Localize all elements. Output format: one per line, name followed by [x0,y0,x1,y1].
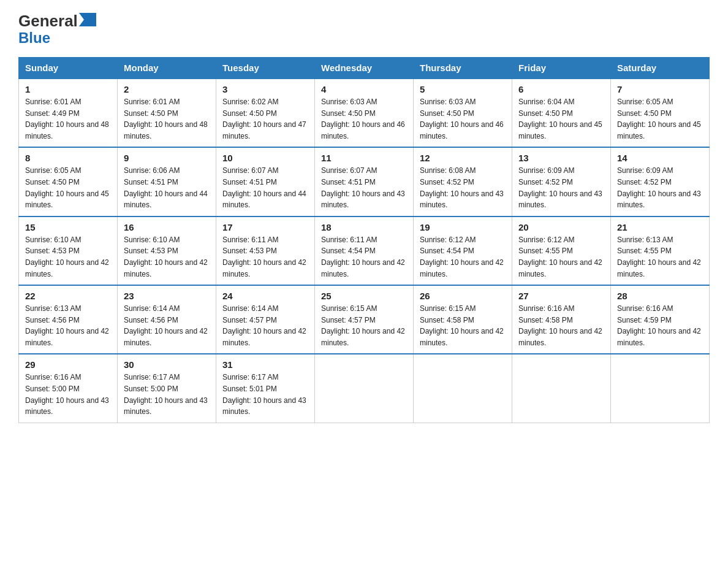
calendar-cell: 27 Sunrise: 6:16 AMSunset: 4:58 PMDaylig… [512,285,611,354]
day-info: Sunrise: 6:11 AMSunset: 4:53 PMDaylight:… [222,236,306,278]
day-number: 26 [420,291,506,301]
calendar-cell: 11 Sunrise: 6:07 AMSunset: 4:51 PMDaylig… [315,147,414,216]
calendar-week-row: 1 Sunrise: 6:01 AMSunset: 4:49 PMDayligh… [19,79,710,147]
calendar-cell: 19 Sunrise: 6:12 AMSunset: 4:54 PMDaylig… [414,216,512,285]
day-info: Sunrise: 6:08 AMSunset: 4:52 PMDaylight:… [420,166,504,209]
day-info: Sunrise: 6:11 AMSunset: 4:54 PMDaylight:… [321,236,405,278]
day-number: 2 [124,84,210,94]
day-info: Sunrise: 6:14 AMSunset: 4:57 PMDaylight:… [222,304,306,347]
column-header-sunday: Sunday [19,57,118,79]
day-number: 18 [321,222,407,232]
calendar-cell: 26 Sunrise: 6:15 AMSunset: 4:58 PMDaylig… [414,285,512,354]
day-info: Sunrise: 6:05 AMSunset: 4:50 PMDaylight:… [617,98,701,140]
day-info: Sunrise: 6:09 AMSunset: 4:52 PMDaylight:… [617,166,701,209]
calendar-cell: 1 Sunrise: 6:01 AMSunset: 4:49 PMDayligh… [19,79,118,147]
calendar-cell: 7 Sunrise: 6:05 AMSunset: 4:50 PMDayligh… [611,79,710,147]
calendar-cell: 9 Sunrise: 6:06 AMSunset: 4:51 PMDayligh… [118,147,216,216]
page-header: GeneralBlue [18,12,710,46]
calendar-cell [414,354,512,423]
logo-blue-text: Blue [18,30,50,46]
calendar-cell: 29 Sunrise: 6:16 AMSunset: 5:00 PMDaylig… [19,354,118,423]
calendar-cell: 20 Sunrise: 6:12 AMSunset: 4:55 PMDaylig… [512,216,611,285]
column-header-wednesday: Wednesday [315,57,414,79]
day-info: Sunrise: 6:09 AMSunset: 4:52 PMDaylight:… [518,166,602,209]
day-info: Sunrise: 6:15 AMSunset: 4:57 PMDaylight:… [321,304,405,347]
day-number: 23 [124,291,210,301]
calendar-cell: 10 Sunrise: 6:07 AMSunset: 4:51 PMDaylig… [216,147,315,216]
day-number: 14 [617,153,703,163]
calendar-cell [512,354,611,423]
column-header-thursday: Thursday [414,57,512,79]
calendar-cell: 28 Sunrise: 6:16 AMSunset: 4:59 PMDaylig… [611,285,710,354]
day-number: 8 [25,153,111,163]
calendar-cell: 23 Sunrise: 6:14 AMSunset: 4:56 PMDaylig… [118,285,216,354]
day-info: Sunrise: 6:16 AMSunset: 4:59 PMDaylight:… [617,304,701,347]
column-header-friday: Friday [512,57,611,79]
day-info: Sunrise: 6:02 AMSunset: 4:50 PMDaylight:… [222,98,306,140]
calendar-cell: 12 Sunrise: 6:08 AMSunset: 4:52 PMDaylig… [414,147,512,216]
day-info: Sunrise: 6:07 AMSunset: 4:51 PMDaylight:… [222,166,306,209]
day-info: Sunrise: 6:14 AMSunset: 4:56 PMDaylight:… [124,304,208,347]
day-number: 19 [420,222,506,232]
day-number: 4 [321,84,407,94]
day-number: 16 [124,222,210,232]
calendar-week-row: 29 Sunrise: 6:16 AMSunset: 5:00 PMDaylig… [19,354,710,423]
day-info: Sunrise: 6:12 AMSunset: 4:55 PMDaylight:… [518,236,602,278]
calendar-cell: 4 Sunrise: 6:03 AMSunset: 4:50 PMDayligh… [315,79,414,147]
day-info: Sunrise: 6:17 AMSunset: 5:01 PMDaylight:… [222,373,306,416]
logo: GeneralBlue [18,12,96,46]
day-number: 10 [222,153,308,163]
day-number: 12 [420,153,506,163]
day-info: Sunrise: 6:16 AMSunset: 4:58 PMDaylight:… [518,304,602,347]
calendar-cell [611,354,710,423]
day-number: 6 [518,84,604,94]
day-number: 5 [420,84,506,94]
day-info: Sunrise: 6:07 AMSunset: 4:51 PMDaylight:… [321,166,405,209]
day-number: 24 [222,291,308,301]
day-number: 17 [222,222,308,232]
calendar-cell: 2 Sunrise: 6:01 AMSunset: 4:50 PMDayligh… [118,79,216,147]
day-number: 30 [124,359,210,370]
calendar-cell: 14 Sunrise: 6:09 AMSunset: 4:52 PMDaylig… [611,147,710,216]
logo-general-text: General [18,12,78,30]
calendar-cell [315,354,414,423]
day-number: 15 [25,222,111,232]
calendar-cell: 15 Sunrise: 6:10 AMSunset: 4:53 PMDaylig… [19,216,118,285]
day-info: Sunrise: 6:17 AMSunset: 5:00 PMDaylight:… [124,373,208,416]
day-number: 13 [518,153,604,163]
day-info: Sunrise: 6:01 AMSunset: 4:50 PMDaylight:… [124,98,208,140]
calendar-header-row: SundayMondayTuesdayWednesdayThursdayFrid… [19,57,710,79]
day-number: 27 [518,291,604,301]
day-number: 29 [25,359,111,370]
calendar-cell: 24 Sunrise: 6:14 AMSunset: 4:57 PMDaylig… [216,285,315,354]
calendar-cell: 13 Sunrise: 6:09 AMSunset: 4:52 PMDaylig… [512,147,611,216]
day-info: Sunrise: 6:04 AMSunset: 4:50 PMDaylight:… [518,98,602,140]
day-info: Sunrise: 6:03 AMSunset: 4:50 PMDaylight:… [321,98,405,140]
day-info: Sunrise: 6:13 AMSunset: 4:56 PMDaylight:… [25,304,109,347]
column-header-saturday: Saturday [611,57,710,79]
day-number: 31 [222,359,308,370]
calendar-cell: 8 Sunrise: 6:05 AMSunset: 4:50 PMDayligh… [19,147,118,216]
day-info: Sunrise: 6:06 AMSunset: 4:51 PMDaylight:… [124,166,208,209]
day-number: 3 [222,84,308,94]
calendar-cell: 5 Sunrise: 6:03 AMSunset: 4:50 PMDayligh… [414,79,512,147]
day-number: 25 [321,291,407,301]
column-header-monday: Monday [118,57,216,79]
calendar-cell: 18 Sunrise: 6:11 AMSunset: 4:54 PMDaylig… [315,216,414,285]
calendar-cell: 21 Sunrise: 6:13 AMSunset: 4:55 PMDaylig… [611,216,710,285]
day-info: Sunrise: 6:12 AMSunset: 4:54 PMDaylight:… [420,236,504,278]
day-info: Sunrise: 6:15 AMSunset: 4:58 PMDaylight:… [420,304,504,347]
calendar-cell: 25 Sunrise: 6:15 AMSunset: 4:57 PMDaylig… [315,285,414,354]
day-info: Sunrise: 6:01 AMSunset: 4:49 PMDaylight:… [25,98,109,140]
day-number: 20 [518,222,604,232]
day-info: Sunrise: 6:16 AMSunset: 5:00 PMDaylight:… [25,373,109,416]
calendar-cell: 22 Sunrise: 6:13 AMSunset: 4:56 PMDaylig… [19,285,118,354]
day-number: 1 [25,84,111,94]
calendar-week-row: 8 Sunrise: 6:05 AMSunset: 4:50 PMDayligh… [19,147,710,216]
day-info: Sunrise: 6:10 AMSunset: 4:53 PMDaylight:… [124,236,208,278]
day-number: 7 [617,84,703,94]
calendar-table: SundayMondayTuesdayWednesdayThursdayFrid… [18,57,710,423]
calendar-cell: 6 Sunrise: 6:04 AMSunset: 4:50 PMDayligh… [512,79,611,147]
day-number: 21 [617,222,703,232]
day-number: 22 [25,291,111,301]
